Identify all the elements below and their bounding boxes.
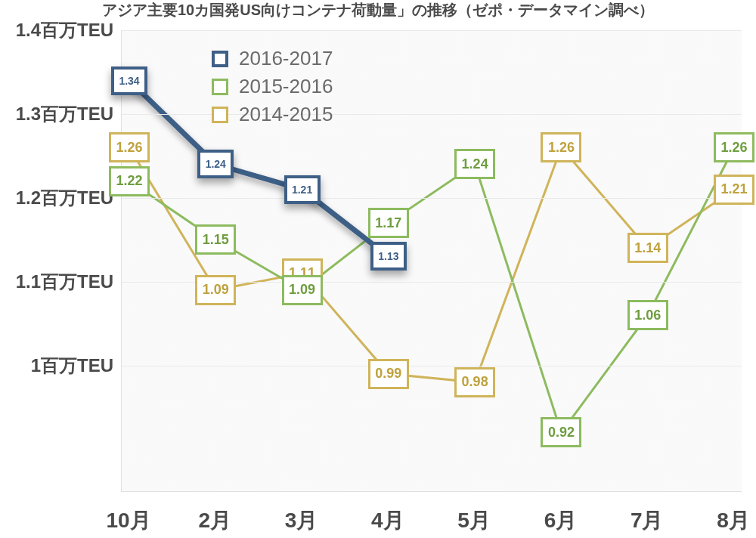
data-point-marker: 1.34: [111, 66, 147, 95]
legend-swatch-icon: [212, 107, 228, 123]
data-point-marker: 1.24: [197, 150, 234, 178]
x-tick-label: 10月: [106, 506, 150, 535]
data-point-marker: 1.09: [195, 275, 236, 305]
legend-item: 2015-2016: [212, 75, 333, 98]
series-line: [129, 147, 734, 382]
legend-item: 2014-2015: [212, 103, 333, 126]
x-tick-label: 4月: [371, 506, 404, 535]
data-point-marker: 1.26: [109, 132, 150, 162]
data-point-marker: 0.92: [541, 417, 581, 447]
x-tick-label: 5月: [457, 506, 491, 535]
y-tick-label: 1.1百万TEU: [16, 270, 113, 294]
legend-label: 2015-2016: [239, 75, 333, 98]
y-tick-label: 1百万TEU: [31, 354, 113, 378]
x-tick-label: 8月: [717, 506, 750, 535]
data-point-marker: 1.17: [368, 208, 409, 238]
legend-label: 2016-2017: [239, 47, 333, 70]
data-point-marker: 1.26: [714, 132, 754, 162]
data-point-marker: 1.22: [109, 166, 150, 196]
legend-item: 2016-2017: [212, 47, 333, 70]
x-tick-label: 6月: [544, 506, 578, 535]
data-point-marker: 1.13: [370, 242, 407, 271]
data-point-marker: 1.14: [627, 233, 668, 263]
data-point-marker: 1.26: [541, 132, 581, 162]
y-tick-label: 1.4百万TEU: [16, 18, 113, 42]
legend-label: 2014-2015: [239, 103, 333, 126]
chart-title: アジア主要10カ国発US向けコンテナ荷動量」の推移（ゼポ・データマイン調べ）: [0, 0, 756, 20]
y-tick-label: 1.2百万TEU: [16, 186, 113, 210]
data-point-marker: 1.09: [282, 275, 323, 305]
y-tick-label: 1.3百万TEU: [16, 102, 113, 126]
data-point-marker: 1.24: [454, 149, 495, 179]
x-tick-label: 2月: [198, 506, 231, 535]
legend: 2016-2017 2015-2016 2014-2015: [212, 47, 333, 126]
legend-swatch-icon: [212, 79, 228, 95]
data-point-marker: 1.21: [714, 175, 754, 205]
data-point-marker: 0.99: [368, 359, 409, 389]
chart-container: アジア主要10カ国発US向けコンテナ荷動量」の推移（ゼポ・データマイン調べ） 1…: [0, 0, 756, 538]
data-point-marker: 1.21: [284, 175, 321, 204]
data-point-marker: 0.98: [454, 367, 495, 397]
data-point-marker: 1.15: [195, 224, 236, 255]
legend-swatch-icon: [212, 51, 228, 67]
x-tick-label: 3月: [285, 506, 318, 535]
data-point-marker: 1.06: [627, 300, 668, 330]
x-tick-label: 7月: [631, 506, 664, 535]
